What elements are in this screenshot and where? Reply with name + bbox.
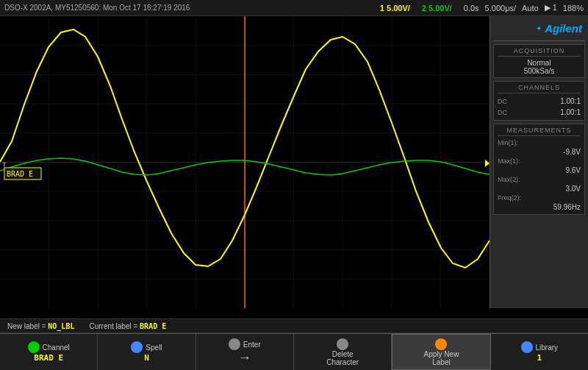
ch1-coupling: DC	[498, 98, 507, 105]
toolbar-delete[interactable]: DeleteCharacter	[294, 334, 392, 370]
ch1-row: DC 1.00:1	[498, 96, 581, 107]
toolbar-enter-label: Enter	[243, 341, 261, 349]
meas-freq2-number: 59.96Hz	[498, 203, 581, 211]
trigger-icon: ▶ 1	[545, 3, 557, 13]
measurements-section: Measurements Min(1): -9.8V Max(1): 9.6V …	[493, 124, 585, 215]
trigger-mode: Auto	[522, 4, 539, 13]
meas-freq2-label: Freq(2):	[498, 194, 521, 202]
toolbar-spell-label: Spell	[146, 344, 162, 352]
ch2-scale: 2 5.00V/	[422, 4, 452, 13]
toolbar-channel-top: Channel	[28, 341, 70, 353]
acquisition-rate: 500kSa/s	[498, 67, 581, 75]
toolbar-channel[interactable]: Channel BRAD E	[0, 334, 98, 370]
toolbar-library-value: 1	[537, 353, 542, 363]
ch1-scale: 1 5.00V/	[380, 4, 410, 13]
channel-icon	[28, 341, 40, 353]
meas-max2-number: 3.0V	[498, 185, 581, 193]
current-label-display: Current label = BRAD E	[89, 322, 166, 330]
toolbar-spell-value: N	[144, 353, 149, 363]
meas-min1: Min(1):	[498, 138, 581, 147]
status-bar: New label = NO_LBL Current label = BRAD …	[0, 319, 588, 333]
time-position: 0.0s	[464, 4, 479, 13]
toolbar-spell[interactable]: Spell N	[98, 334, 196, 370]
meas-max1-label: Max(1):	[498, 157, 520, 165]
toolbar-spell-top: Spell	[131, 341, 162, 353]
channels-title: Channels	[498, 84, 581, 93]
toolbar-channel-value: BRAD E	[34, 353, 63, 363]
brand-header: ✦ Agilent	[493, 19, 585, 41]
apply-icon	[435, 338, 447, 350]
timebase: 5.000μs/	[485, 4, 516, 13]
channels-section: Channels DC 1.00:1 DC 1.00:1	[493, 81, 585, 121]
toolbar-apply-label[interactable]: Apply NewLabel	[392, 334, 490, 370]
delete-icon	[337, 338, 348, 350]
acquisition-title: Acquisition	[498, 47, 581, 57]
meas-min1-number: -9.8V	[498, 148, 581, 156]
enter-icon	[229, 338, 240, 350]
toolbar-channel-label: Channel	[43, 344, 70, 352]
right-panel: ✦ Agilent Acquisition Normal 500kSa/s Ch…	[490, 16, 588, 308]
new-label-display: New label = NO_LBL	[7, 322, 74, 330]
brand-logo-icon: ✦	[536, 24, 542, 32]
meas-max1: Max(1):	[498, 157, 581, 166]
oscilloscope-display: BRAD E T	[0, 16, 490, 308]
meas-max2-label: Max(2):	[498, 176, 520, 183]
ch2-row: DC 1.00:1	[498, 107, 581, 118]
ch2-coupling: DC	[498, 109, 507, 116]
top-status-bar: DSO-X 2002A, MY51250560: Mon Oct 17 16:2…	[0, 0, 588, 16]
meas-freq2-val-row: 59.96Hz	[498, 202, 581, 212]
toolbar-delete-label: DeleteCharacter	[326, 350, 359, 366]
measurements-title: Measurements	[498, 127, 581, 136]
meas-max2: Max(2):	[498, 175, 581, 184]
toolbar-apply-label-text: Apply NewLabel	[424, 350, 459, 366]
toolbar-library[interactable]: Library 1	[491, 334, 588, 370]
zoom-level: 188%	[563, 4, 584, 13]
ch1-ratio: 1.00:1	[560, 97, 581, 105]
current-label-value: BRAD E	[140, 322, 166, 330]
brand-name: Agilent	[545, 22, 582, 35]
svg-text:T: T	[2, 161, 7, 168]
acquisition-mode: Normal	[498, 59, 581, 67]
toolbar-library-label: Library	[536, 344, 559, 352]
toolbar-delete-top	[337, 338, 348, 350]
bottom-toolbar: Channel BRAD E Spell N Enter → DeleteCha…	[0, 333, 588, 370]
spell-icon	[131, 341, 143, 353]
meas-max1-number: 9.6V	[498, 166, 581, 174]
toolbar-apply-top	[435, 338, 447, 350]
meas-max2-val-row: 3.0V	[498, 184, 581, 193]
toolbar-enter[interactable]: Enter →	[196, 334, 294, 370]
toolbar-library-top: Library	[521, 341, 559, 353]
acquisition-section: Acquisition Normal 500kSa/s	[493, 44, 585, 78]
device-info: DSO-X 2002A, MY51250560: Mon Oct 17 16:2…	[4, 4, 380, 12]
waveform-svg: BRAD E T	[0, 16, 490, 308]
toolbar-enter-arrow: →	[238, 350, 251, 366]
library-icon	[521, 341, 533, 353]
svg-text:BRAD E: BRAD E	[7, 170, 33, 178]
meas-min1-label: Min(1):	[498, 139, 518, 146]
toolbar-enter-top: Enter	[229, 338, 261, 350]
meas-min1-val-row: -9.8V	[498, 147, 581, 157]
meas-max1-val-row: 9.6V	[498, 166, 581, 175]
ch2-ratio: 1.00:1	[560, 108, 581, 116]
meas-freq2: Freq(2):	[498, 193, 581, 202]
new-label-value: NO_LBL	[48, 322, 74, 330]
